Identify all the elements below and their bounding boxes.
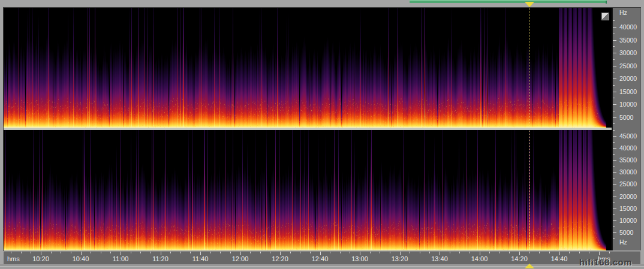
ruler-tick [613,98,615,98]
ruler-tick [613,184,616,185]
time-tick-label: 11:40 [183,255,217,262]
frequency-ruler[interactable]: Hz Hz 4000035000300002500020000150001000… [613,8,640,250]
ruler-tick [420,252,420,253]
ruler-tick [489,252,490,253]
freq-tick-label: 25000 [619,180,637,188]
ruler-tick [589,252,589,253]
ruler-tick [613,27,616,28]
ruler-tick [91,252,91,253]
overview-track[interactable] [0,0,644,7]
time-tick-label: 14:00 [463,255,496,262]
time-tick-label: 12:40 [303,255,337,262]
ruler-tick [270,252,270,253]
watermark: hifi168.com [579,257,632,267]
ruler-tick [539,252,540,253]
ruler-tick [613,66,616,67]
time-tick-label: 12:20 [263,255,297,262]
ruler-tick [613,202,615,203]
time-tick-label: 11:20 [144,255,177,262]
time-tick-label: 14:40 [543,255,576,262]
ruler-tick [180,252,181,253]
ruler-tick [613,40,616,41]
ruler-tick [613,92,616,92]
spectrogram-channel-left[interactable] [4,8,612,128]
ruler-tick [613,214,615,215]
ruler-tick [613,130,615,131]
ruler-tick [613,72,615,72]
ruler-tick [613,172,616,173]
ruler-tick [609,252,610,253]
ruler-tick [613,232,616,233]
spectrogram-channel-right[interactable] [4,130,612,250]
ruler-tick [101,252,101,253]
freq-tick-label: 25000 [619,62,637,69]
time-tick-label: 12:00 [224,255,257,262]
ruler-tick [613,226,615,227]
ruler-tick [170,252,171,253]
ruler-tick [429,252,430,253]
timeline-ruler[interactable]: hms hms 10:2010:4011:0011:2011:4012:0012… [4,251,640,264]
ruler-tick [140,252,141,253]
ruler-tick [613,20,615,21]
freq-tick-label: 40000 [619,23,637,31]
time-tick-label: 11:00 [104,255,137,262]
time-tick-label: 10:40 [64,255,98,262]
ruler-tick [613,59,615,60]
ruler-tick [499,252,500,253]
freq-tick-label: 5000 [619,114,633,121]
ruler-tick [613,85,615,86]
ruler-tick [21,252,22,253]
ruler-tick [390,252,390,253]
ruler-tick [613,238,615,239]
freq-tick-label: 15000 [619,88,637,95]
ruler-tick [380,252,380,253]
ruler-tick [613,46,615,47]
playhead-marker-top[interactable] [525,2,534,7]
time-tick-label: 13:00 [343,255,377,262]
spectral-frequency-view: Hz Hz 4000035000300002500020000150001000… [0,0,644,269]
ruler-tick [613,197,616,197]
view-range-indicator[interactable] [410,0,607,3]
freq-unit-label-top: Hz [619,9,627,16]
freq-tick-label: 35000 [619,156,637,164]
time-tick-label: 14:20 [502,255,536,262]
freq-tick-label: 10000 [619,101,637,108]
playhead-line[interactable] [529,131,529,250]
ruler-tick [613,78,616,79]
ruler-tick [51,252,52,253]
ruler-tick [613,53,616,53]
ruler-tick [410,252,410,253]
ruler-tick [613,190,615,191]
ruler-tick [549,252,550,253]
ruler-tick [529,252,530,253]
playhead-marker-bottom[interactable] [525,264,534,268]
range-end-cap [606,1,607,4]
playhead-line[interactable] [529,8,529,128]
ruler-tick [613,148,616,149]
ruler-tick [613,154,615,155]
ruler-tick [61,252,61,253]
corner-grip-icon[interactable] [601,13,609,20]
ruler-tick [470,252,470,253]
freq-tick-label: 5000 [619,229,633,236]
ruler-tick [370,252,371,253]
ruler-tick [613,111,615,111]
ruler-tick [31,252,31,253]
ruler-tick [310,252,311,253]
freq-unit-label-bottom: Hz [619,238,627,246]
freq-tick-label: 30000 [619,168,637,176]
freq-tick-label: 20000 [619,75,637,82]
ruler-tick [613,117,616,118]
ruler-tick [290,252,291,253]
ruler-tick [613,178,615,179]
ruler-tick [300,252,300,253]
time-tick-label: 10:20 [24,255,58,262]
freq-tick-label: 30000 [619,49,637,56]
ruler-tick [350,252,350,253]
ruler-edge-line [640,8,641,250]
ruler-tick [613,123,615,124]
ruler-tick [260,252,261,253]
ruler-tick [250,252,251,253]
ruler-tick [210,252,211,253]
ruler-tick [131,252,131,253]
